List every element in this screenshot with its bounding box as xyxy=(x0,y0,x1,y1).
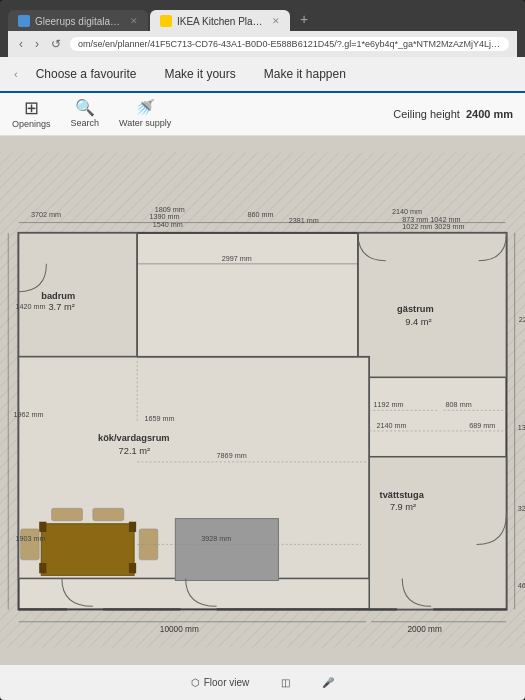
svg-text:1420 mm: 1420 mm xyxy=(15,302,45,311)
tabs-row: Gleerups digitala läromedel ✕ IKEA Kitch… xyxy=(8,6,517,31)
svg-text:689 mm: 689 mm xyxy=(469,421,495,430)
search-label: Search xyxy=(71,118,100,128)
ceiling-height-control: Ceiling height 2400 mm xyxy=(393,108,513,120)
svg-text:7869 mm: 7869 mm xyxy=(217,451,247,460)
svg-text:4600 mm: 4600 mm xyxy=(518,581,525,590)
svg-rect-23 xyxy=(52,508,83,520)
app-navigation: ‹ Choose a favourite Make it yours Make … xyxy=(0,57,525,93)
svg-text:kök/vardagsrum: kök/vardagsrum xyxy=(98,433,170,443)
svg-text:1326 mm: 1326 mm xyxy=(518,423,525,432)
bottom-toolbar: ⬡ Floor view ◫ 🎤 xyxy=(0,664,525,700)
floor-plan-svg: 3702 mm 1809 mm 1390 mm 1540 mm 860 mm 2… xyxy=(0,136,525,664)
new-tab-button[interactable]: + xyxy=(292,6,316,31)
address-bar[interactable]: om/se/en/planner/41F5C713-CD76-43A1-B0D0… xyxy=(70,37,509,51)
tab-ikea[interactable]: IKEA Kitchen Planner ✕ xyxy=(150,10,290,31)
floor-plan-container[interactable]: 3702 mm 1809 mm 1390 mm 1540 mm 860 mm 2… xyxy=(0,136,525,664)
toolbar: ⊞ Openings 🔍 Search 🚿 Water supply Ceili… xyxy=(0,93,525,136)
search-icon: 🔍 xyxy=(75,100,95,116)
svg-text:2381 mm: 2381 mm xyxy=(289,216,319,225)
floor-view-icon: ⬡ xyxy=(191,677,200,688)
svg-text:3702 mm: 3702 mm xyxy=(31,210,61,219)
svg-rect-26 xyxy=(369,457,506,610)
tool-openings[interactable]: ⊞ Openings xyxy=(12,99,51,129)
back-button[interactable]: ‹ xyxy=(16,35,26,53)
water-supply-label: Water supply xyxy=(119,118,171,128)
voice-input-button[interactable]: 🎤 xyxy=(314,674,342,691)
svg-text:2997 mm: 2997 mm xyxy=(222,254,252,263)
svg-text:1540 mm: 1540 mm xyxy=(153,220,183,229)
water-supply-icon: 🚿 xyxy=(135,100,155,116)
svg-text:860 mm: 860 mm xyxy=(248,210,274,219)
svg-text:72.1 m²: 72.1 m² xyxy=(119,446,150,456)
svg-rect-19 xyxy=(39,563,46,573)
svg-text:3279 mm: 3279 mm xyxy=(518,504,525,513)
address-bar-row: ‹ › ↺ om/se/en/planner/41F5C713-CD76-43A… xyxy=(8,31,517,57)
svg-rect-24 xyxy=(93,508,124,520)
nav-choose-favourite[interactable]: Choose a favourite xyxy=(22,57,151,91)
svg-rect-25 xyxy=(175,519,278,581)
svg-text:7.9 m²: 7.9 m² xyxy=(390,502,416,512)
svg-rect-16 xyxy=(41,524,134,576)
ceiling-height-label: Ceiling height xyxy=(393,108,460,120)
ceiling-height-value: 2400 mm xyxy=(466,108,513,120)
svg-text:2000 mm: 2000 mm xyxy=(407,625,442,634)
nav-make-it-yours[interactable]: Make it yours xyxy=(150,57,249,91)
svg-text:1962 mm: 1962 mm xyxy=(13,410,43,419)
tab-label-gleerups: Gleerups digitala läromedel xyxy=(35,16,121,27)
tool-search[interactable]: 🔍 Search xyxy=(71,100,100,128)
openings-icon: ⊞ xyxy=(24,99,39,117)
nav-make-it-happen[interactable]: Make it happen xyxy=(250,57,360,91)
svg-text:tvättstuga: tvättstuga xyxy=(380,490,425,500)
refresh-button[interactable]: ↺ xyxy=(48,35,64,53)
back-nav-arrow[interactable]: ‹ xyxy=(10,68,22,80)
svg-text:3928 mm: 3928 mm xyxy=(201,534,231,543)
svg-rect-17 xyxy=(39,522,46,532)
tab-favicon-ikea xyxy=(160,15,172,27)
floor-view-button[interactable]: ⬡ Floor view xyxy=(183,674,258,691)
svg-text:1659 mm: 1659 mm xyxy=(144,414,174,423)
svg-text:9.4 m²: 9.4 m² xyxy=(405,317,431,327)
forward-button[interactable]: › xyxy=(32,35,42,53)
3d-model-icon: ◫ xyxy=(281,677,290,688)
svg-rect-13 xyxy=(19,233,138,357)
tool-water-supply[interactable]: 🚿 Water supply xyxy=(119,100,171,128)
tab-close-ikea[interactable]: ✕ xyxy=(272,16,280,26)
openings-label: Openings xyxy=(12,119,51,129)
svg-text:3.7 m²: 3.7 m² xyxy=(48,302,74,312)
svg-text:1903 mm: 1903 mm xyxy=(15,534,45,543)
svg-rect-20 xyxy=(129,563,136,573)
svg-text:gästrum: gästrum xyxy=(397,304,434,314)
tab-gleerups[interactable]: Gleerups digitala läromedel ✕ xyxy=(8,10,148,31)
tab-favicon-gleerups xyxy=(18,15,30,27)
tab-label-ikea: IKEA Kitchen Planner xyxy=(177,16,263,27)
svg-text:1192 mm: 1192 mm xyxy=(373,400,403,409)
3d-model-button[interactable]: ◫ xyxy=(273,674,298,691)
svg-text:808 mm: 808 mm xyxy=(446,400,472,409)
svg-text:1022 mm  3029 mm: 1022 mm 3029 mm xyxy=(402,222,464,231)
floor-view-label: Floor view xyxy=(204,677,250,688)
svg-text:2241 mm: 2241 mm xyxy=(519,315,525,324)
browser-chrome: Gleerups digitala läromedel ✕ IKEA Kitch… xyxy=(0,0,525,57)
mic-icon: 🎤 xyxy=(322,677,334,688)
tab-close-gleerups[interactable]: ✕ xyxy=(130,16,138,26)
svg-text:10000 mm: 10000 mm xyxy=(160,625,199,634)
svg-text:2140 mm: 2140 mm xyxy=(376,421,406,430)
svg-text:badrum: badrum xyxy=(41,291,75,301)
svg-rect-18 xyxy=(129,522,136,532)
